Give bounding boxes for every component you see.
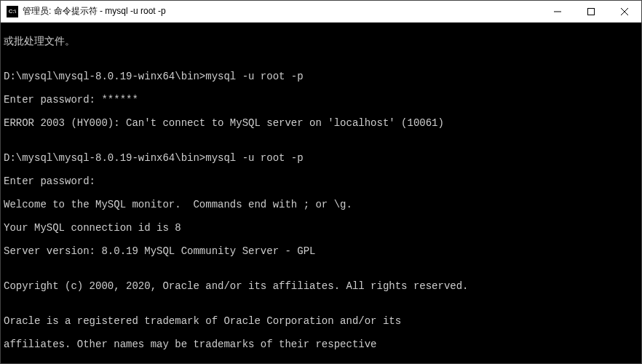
term-line: Oracle is a registered trademark of Orac… <box>4 315 638 327</box>
close-button[interactable] <box>608 1 641 22</box>
term-line: Welcome to the MySQL monitor. Commands e… <box>4 199 638 210</box>
term-line: owners. <box>4 362 638 363</box>
term-line: D:\mysql\mysql-8.0.19-winx64\bin>mysql -… <box>4 71 638 82</box>
term-line: ERROR 2003 (HY000): Can't connect to MyS… <box>4 117 638 129</box>
term-line: Server version: 8.0.19 MySQL Community S… <box>4 245 638 257</box>
term-line: Copyright (c) 2000, 2020, Oracle and/or … <box>4 280 638 292</box>
term-line: Your MySQL connection id is 8 <box>4 222 638 234</box>
term-line: D:\mysql\mysql-8.0.19-winx64\bin>mysql -… <box>4 152 638 164</box>
svg-rect-1 <box>588 8 595 15</box>
term-line: affiliates. Other names may be trademark… <box>4 339 638 350</box>
minimize-button[interactable] <box>541 1 574 22</box>
window-titlebar: C:\ 管理员: 命令提示符 - mysql -u root -p <box>1 1 641 23</box>
window-title: 管理员: 命令提示符 - mysql -u root -p <box>23 5 541 17</box>
term-line: Enter password: <box>4 175 638 187</box>
term-line: 或批处理文件。 <box>4 36 638 47</box>
window-controls <box>541 1 641 22</box>
term-line: Enter password: ****** <box>4 94 638 106</box>
cmd-icon: C:\ <box>7 6 18 17</box>
terminal-output[interactable]: 或批处理文件。 D:\mysql\mysql-8.0.19-winx64\bin… <box>1 23 641 363</box>
maximize-button[interactable] <box>574 1 608 22</box>
